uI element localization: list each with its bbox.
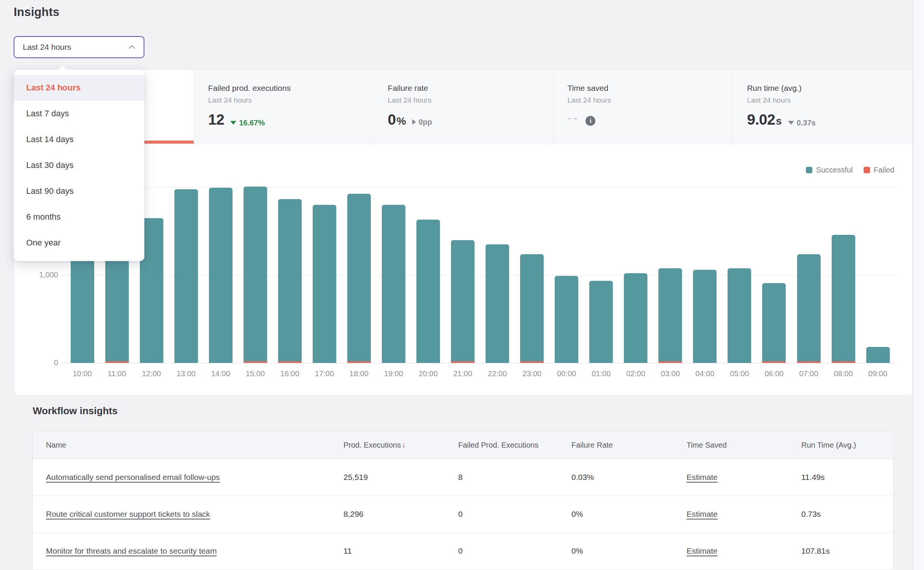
bar-19:00[interactable] [382, 205, 405, 363]
bar-successful [797, 254, 821, 361]
info-icon[interactable]: i [585, 116, 595, 126]
summary-card-run-time-avg[interactable]: Run time (avg.)Last 24 hours9.02s0.37s [733, 70, 912, 144]
bar-05:00[interactable] [728, 268, 751, 363]
workflow-name-link[interactable]: Route critical customer support tickets … [46, 510, 210, 518]
bar-08:00[interactable] [832, 235, 855, 363]
bar-04:00[interactable] [693, 270, 717, 363]
column-header-name[interactable]: Name [33, 441, 343, 450]
bar-07:00[interactable] [797, 254, 821, 363]
x-axis-labels: 10:0011:0012:0013:0014:0015:0016:0017:00… [65, 369, 895, 378]
menu-item-last-90-days[interactable]: Last 90 days [14, 178, 144, 204]
bar-failed [658, 361, 682, 363]
bar-successful [658, 268, 682, 361]
summary-card-failure-rate[interactable]: Failure rateLast 24 hours0%0pp [373, 70, 553, 144]
bar-successful [174, 189, 198, 363]
menu-item-last-30-days[interactable]: Last 30 days [14, 152, 144, 178]
workflow-name-link[interactable]: Automatically send personalised email fo… [46, 473, 220, 481]
time-saved-estimate-link[interactable]: Estimate [687, 473, 718, 481]
bar-18:00[interactable] [347, 194, 371, 363]
card-value-row: 1216.67% [208, 111, 373, 128]
bar-09:00[interactable] [866, 347, 890, 363]
bar-00:00[interactable] [555, 276, 578, 363]
column-header-failure-rate[interactable]: Failure Rate [571, 441, 687, 450]
bar-slot-17:00 [307, 187, 342, 363]
legend-successful[interactable]: Successful [806, 166, 853, 174]
menu-item-last-24-hours[interactable]: Last 24 hours [14, 75, 144, 101]
successful-color-chip [806, 167, 812, 173]
table-row: Automatically send personalised email fo… [33, 459, 893, 496]
x-axis-label: 20:00 [411, 369, 445, 378]
bar-17:00[interactable] [313, 205, 336, 363]
card-label: Failed prod. executions [208, 84, 373, 93]
menu-item-last-7-days[interactable]: Last 7 days [14, 101, 144, 127]
legend-failed[interactable]: Failed [864, 166, 894, 174]
bar-slot-20:00 [411, 187, 445, 363]
bar-slot-22:00 [480, 187, 515, 363]
bar-failed [451, 361, 475, 363]
bar-successful [520, 254, 544, 361]
summary-tabs: Failed prod. executionsLast 24 hours1216… [14, 70, 912, 144]
bar-slot-07:00 [791, 187, 826, 363]
x-axis-label: 09:00 [861, 369, 895, 378]
y-axis-label: 1,000 [20, 271, 58, 279]
workflow-insights-heading: Workflow insights [33, 405, 117, 417]
triangle-down-icon [230, 121, 236, 125]
executions-bar-chart [65, 187, 895, 363]
x-axis-label: 01:00 [584, 369, 619, 378]
bar-successful [866, 347, 890, 363]
x-axis-label: 10:00 [65, 369, 100, 378]
bar-06:00[interactable] [762, 283, 786, 363]
bar-slot-19:00 [376, 187, 411, 363]
time-saved-estimate-link[interactable]: Estimate [687, 546, 718, 555]
time-saved-estimate-link[interactable]: Estimate [687, 510, 718, 518]
column-header-time-saved[interactable]: Time Saved [687, 441, 801, 450]
menu-item-last-14-days[interactable]: Last 14 days [14, 127, 144, 152]
bar-21:00[interactable] [451, 240, 475, 363]
bar-failed [520, 361, 544, 363]
column-header-run-time-avg[interactable]: Run Time (Avg.) [801, 441, 893, 450]
bar-14:00[interactable] [209, 188, 233, 363]
bar-slot-16:00 [272, 187, 307, 363]
summary-card-failed-prod-executions[interactable]: Failed prod. executionsLast 24 hours1216… [194, 70, 373, 144]
scroll-gutter[interactable] [913, 0, 924, 570]
bar-slot-08:00 [826, 187, 861, 363]
gridline-0 [65, 363, 895, 363]
bar-successful [451, 240, 475, 361]
bar-slot-09:00 [861, 187, 895, 363]
bar-successful [589, 281, 613, 363]
bar-15:00[interactable] [244, 187, 267, 363]
bar-slot-21:00 [446, 187, 480, 363]
bar-02:00[interactable] [624, 273, 647, 363]
bar-20:00[interactable] [416, 220, 440, 363]
period-menu: Last 24 hoursLast 7 daysLast 14 daysLast… [14, 70, 144, 261]
bar-22:00[interactable] [486, 244, 509, 363]
card-delta: 0pp [412, 118, 432, 127]
column-header-failed-prod-executions[interactable]: Failed Prod. Executions [458, 441, 571, 450]
workflow-name-link[interactable]: Monitor for threats and escalate to secu… [46, 546, 217, 555]
bar-13:00[interactable] [174, 189, 198, 363]
x-axis-label: 07:00 [791, 369, 826, 378]
page-title: Insights [14, 5, 59, 19]
bar-successful [278, 199, 302, 361]
chart-legend: Successful Failed [806, 166, 894, 174]
table-row: Monitor for threats and escalate to secu… [33, 533, 893, 570]
bar-slot-02:00 [619, 187, 653, 363]
bar-successful [416, 220, 440, 363]
menu-item-6-months[interactable]: 6 months [14, 204, 144, 230]
period-select[interactable]: Last 24 hours [14, 36, 144, 58]
bar-01:00[interactable] [589, 281, 613, 363]
bar-16:00[interactable] [278, 199, 302, 363]
bar-failed [244, 361, 267, 363]
x-axis-label: 12:00 [134, 369, 169, 378]
bar-23:00[interactable] [520, 254, 544, 363]
menu-item-one-year[interactable]: One year [14, 230, 144, 256]
bar-slot-01:00 [584, 187, 619, 363]
bar-03:00[interactable] [658, 268, 682, 363]
card-subtitle: Last 24 hours [747, 96, 912, 104]
workflow-insights-table: NameProd. Executions↓Failed Prod. Execut… [32, 431, 894, 570]
column-header-prod-executions[interactable]: Prod. Executions↓ [343, 441, 458, 450]
summary-card-time-saved[interactable]: Time savedLast 24 hours--i [553, 70, 733, 144]
card-label: Failure rate [388, 84, 553, 93]
x-axis-label: 14:00 [203, 369, 238, 378]
card-subtitle: Last 24 hours [388, 96, 553, 104]
